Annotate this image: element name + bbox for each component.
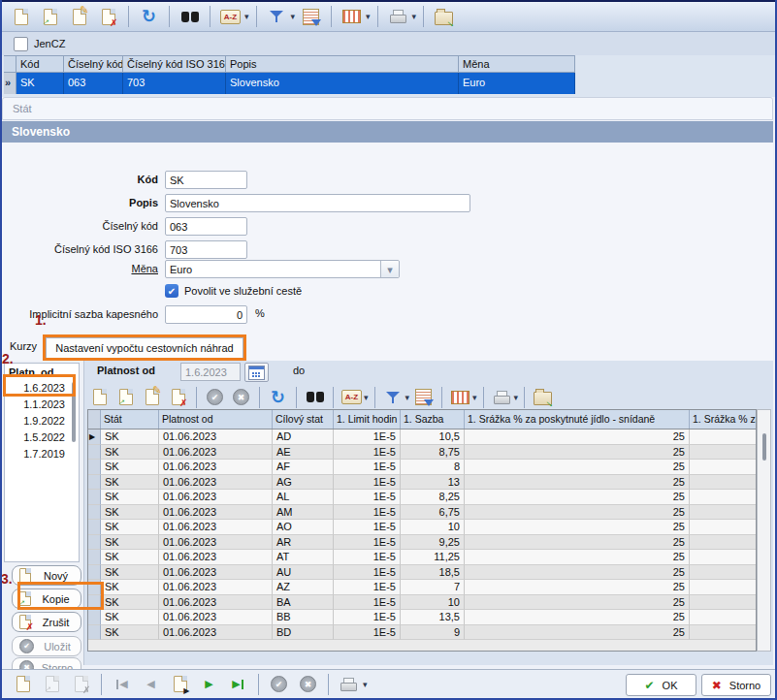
copy-button[interactable]: → [113,386,138,409]
column-header[interactable]: Cílový stat [273,410,334,429]
jencz-checkbox[interactable] [14,37,28,51]
column-header[interactable]: 1. Srážka % za pos [690,410,756,429]
page-title: Slovensko [2,121,773,143]
table-row[interactable]: SK 01.06.2023 AE 1E-5 8,75 25 [88,445,756,461]
zrusit-button[interactable]: ✗ Zrušit [12,612,81,632]
tab-nastaveni-nahrad[interactable]: Nastavení vypočtu cestovních náhrad [46,337,243,359]
tab-kurzy[interactable]: Kurzy [10,340,37,352]
column-header[interactable]: Platnost od [159,410,273,429]
refresh-button[interactable]: ↻ [136,5,162,28]
calendar-button[interactable] [244,363,269,382]
filter-dropdown-arrow[interactable]: ▾ [405,393,410,402]
columns-dropdown-arrow[interactable]: ▾ [366,12,371,21]
search-button[interactable] [303,386,327,409]
sort-button[interactable]: A-Z [217,5,243,28]
copy-button[interactable]: → [37,5,63,28]
table-row[interactable]: SK 01.06.2023 BB 1E-5 13,5 25 [88,610,756,625]
toolbar-separator [101,674,102,695]
new-button[interactable] [10,673,36,696]
table-row[interactable]: SK 01.06.2023 BA 1E-5 10 25 [88,595,756,611]
new-button[interactable] [8,5,34,28]
column-header[interactable]: Číselný kód ISO 3166 [123,55,226,73]
sazba-kapesneho-field[interactable]: 0 [165,305,247,324]
filter-grid-button[interactable] [411,386,436,409]
sort-dropdown-arrow[interactable]: ▾ [244,12,249,21]
popis-field[interactable]: Slovensko [165,194,470,212]
dates-scrollbar-thumb[interactable] [72,382,76,442]
sort-button[interactable]: A-Z [340,386,364,409]
scrollbar-thumb[interactable] [762,433,766,461]
refresh-icon: ↻ [142,8,156,25]
sort-dropdown-arrow[interactable]: ▾ [364,393,369,402]
storno-button[interactable]: ✖ Storno [701,674,771,696]
povolit-checkbox[interactable]: ✔ [165,284,178,298]
date-list-item[interactable]: 1.7.2019 [5,446,79,462]
column-header[interactable]: Popis [226,55,459,73]
table-row[interactable]: SK 01.06.2023 AF 1E-5 8 25 [88,460,756,475]
date-list-item[interactable]: 1.9.2022 [5,413,79,430]
column-header[interactable]: Stát [101,410,159,429]
toolbar-separator [128,6,129,27]
columns-dropdown-arrow[interactable]: ▾ [472,393,477,402]
print-dropdown-arrow[interactable]: ▾ [412,12,417,21]
new-button[interactable] [87,386,112,409]
ok-button[interactable]: ✔ OK [626,674,696,696]
filter-button[interactable] [381,386,405,409]
ciselny-kod-field[interactable]: 063 [165,217,247,236]
column-header[interactable]: 1. Sazba [401,410,465,429]
filter-grid-button[interactable] [298,5,324,28]
column-header[interactable]: 1. Srážka % za poskytnuté jídlo - snídan… [465,410,690,429]
date-list-item[interactable]: 1.6.2023 [5,380,79,397]
edit-button[interactable]: ✎ [140,386,164,409]
table-row[interactable]: SK 01.06.2023 BD 1E-5 9 25 [88,625,756,641]
table-row[interactable]: ▶ SK 01.06.2023 AD 1E-5 10,5 25 [88,430,756,445]
dates-list-header: Platn. od [5,364,79,380]
search-button[interactable] [177,5,203,28]
table-row[interactable]: SK 01.06.2023 AT 1E-5 11,25 25 [88,550,756,565]
filter-button[interactable] [264,5,290,28]
combo-dropdown-button[interactable]: ▾ [380,261,399,277]
cancel-icon: ✖ [233,389,249,405]
platnost-od-field[interactable]: 1.6.2023 [180,363,241,381]
novy-button[interactable]: Nový [12,565,81,586]
detail-grid-scrollbar[interactable] [757,409,771,652]
refresh-button[interactable]: ↻ [266,386,290,409]
kopie-button[interactable]: → Kopie [12,589,81,609]
table-row[interactable]: SK 01.06.2023 AO 1E-5 10 25 [88,520,756,535]
table-row[interactable]: SK 01.06.2023 AR 1E-5 9,25 25 [88,535,756,551]
popis-label: Popis [0,194,158,212]
table-row[interactable]: SK 01.06.2023 AM 1E-5 6,75 25 [88,505,756,521]
edit-button[interactable]: ✎ [66,5,92,28]
last-record-button[interactable]: ▶ [225,673,251,696]
table-row[interactable]: SK 01.06.2023 AG 1E-5 13 25 [88,475,756,491]
print-button[interactable] [385,5,411,28]
export-button[interactable]: → [531,386,555,409]
column-header[interactable]: Číselný kód [64,55,123,73]
next-record-button[interactable]: ▶ [196,673,222,696]
column-header[interactable]: Měna [459,55,575,73]
table-row[interactable]: SK 01.06.2023 AL 1E-5 8,25 25 [88,490,756,505]
export-button[interactable]: → [431,5,457,28]
kod-field[interactable]: SK [165,171,247,189]
table-row[interactable]: SK 01.06.2023 AU 1E-5 18,5 25 [88,565,756,581]
print-dropdown-arrow[interactable]: ▾ [514,393,519,402]
record-list-button[interactable]: ▶ [167,673,193,696]
column-header[interactable]: Kód [16,55,64,73]
table-row[interactable]: SK 01.06.2023 AZ 1E-5 7 25 [88,580,756,595]
delete-document-icon: ✗ [172,389,185,405]
columns-button[interactable] [448,386,472,409]
delete-button[interactable]: ✗ [95,5,121,28]
date-list-item[interactable]: 1.1.2023 [5,397,79,413]
columns-button[interactable] [339,5,365,28]
print-dropdown-arrow[interactable]: ▾ [363,680,368,689]
date-list-item[interactable]: 1.5.2022 [5,430,79,446]
print-button[interactable] [336,673,362,696]
print-button[interactable] [490,386,514,409]
table-row[interactable]: » SK 063 703 Slovensko Euro [4,73,575,94]
column-header[interactable]: 1. Limit hodin [334,410,401,429]
filter-dropdown-arrow[interactable]: ▾ [291,12,296,21]
mena-combobox[interactable]: Euro ▾ [165,260,400,278]
iso-field[interactable]: 703 [165,240,247,259]
delete-button[interactable]: ✗ [166,386,190,409]
mena-label-link[interactable]: Měna [0,260,158,278]
